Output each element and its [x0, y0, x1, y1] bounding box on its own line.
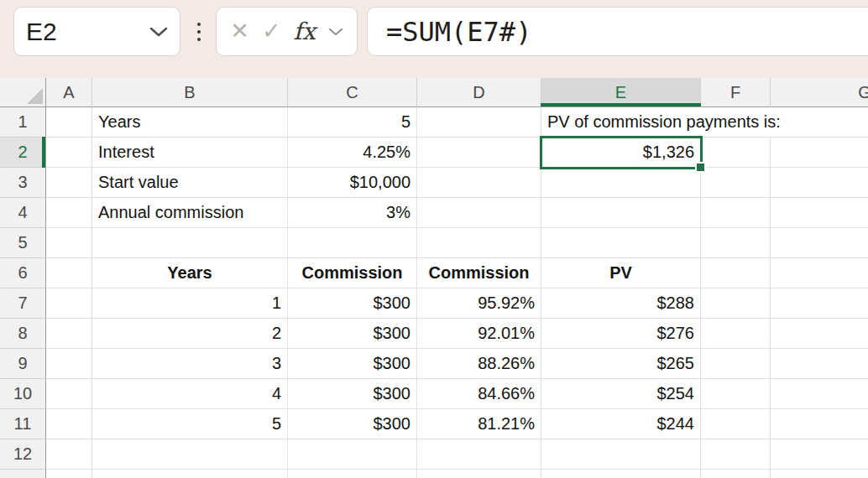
cell-A3[interactable]: [46, 168, 92, 198]
cell-G2[interactable]: [771, 138, 868, 168]
cell-C10[interactable]: $300: [288, 379, 417, 409]
cell-F6[interactable]: [701, 258, 771, 288]
row-header-6[interactable]: 6: [0, 258, 46, 288]
cell-F5[interactable]: [701, 228, 771, 258]
cell-G10[interactable]: [771, 379, 868, 409]
cell-E9[interactable]: $265: [541, 349, 701, 379]
column-header-B[interactable]: B: [92, 78, 288, 107]
cell-D1[interactable]: [417, 107, 541, 138]
cell-B12[interactable]: [92, 439, 288, 470]
cell-D3[interactable]: [417, 168, 541, 198]
cell-E11[interactable]: $244: [541, 409, 701, 439]
cell-D6[interactable]: Commission: [417, 258, 541, 288]
cell-B3[interactable]: Start value: [92, 168, 288, 198]
column-header-C[interactable]: C: [288, 78, 417, 107]
cell-E7[interactable]: $288: [541, 288, 701, 319]
formula-bar-input[interactable]: =SUM(E7#): [367, 7, 868, 56]
cell-F11[interactable]: [701, 409, 771, 439]
cell-D8[interactable]: 92.01%: [417, 319, 541, 349]
cell-A10[interactable]: [46, 379, 92, 409]
cell-G3[interactable]: [771, 168, 868, 198]
cell-G8[interactable]: [771, 319, 868, 349]
column-header-F[interactable]: F: [701, 78, 771, 107]
row-header-7[interactable]: 7: [0, 288, 46, 319]
fill-handle[interactable]: [695, 162, 706, 173]
column-header-A[interactable]: A: [46, 78, 92, 107]
column-header-E[interactable]: E: [541, 78, 701, 107]
function-dropdown-icon[interactable]: [328, 28, 343, 36]
row-header-8[interactable]: 8: [0, 319, 46, 349]
cell-C3[interactable]: $10,000: [288, 168, 417, 198]
row-header-10[interactable]: 10: [0, 379, 46, 409]
cell-E6[interactable]: PV: [541, 258, 701, 288]
cell-D5[interactable]: [417, 228, 541, 258]
row-header-11[interactable]: 11: [0, 409, 46, 439]
cell-E10[interactable]: $254: [541, 379, 701, 409]
cell-D13[interactable]: [417, 470, 541, 478]
cell-C9[interactable]: $300: [288, 349, 417, 379]
cell-F2[interactable]: [701, 138, 771, 168]
cell-G13[interactable]: [771, 470, 868, 478]
row-header-9[interactable]: 9: [0, 349, 46, 379]
name-box-dropdown-icon[interactable]: [149, 27, 168, 37]
row-header-12[interactable]: 12: [0, 439, 46, 470]
cell-D9[interactable]: 88.26%: [417, 349, 541, 379]
cell-E3[interactable]: [541, 168, 701, 198]
cell-C5[interactable]: [288, 228, 417, 258]
cell-D11[interactable]: 81.21%: [417, 409, 541, 439]
cell-B4[interactable]: Annual commission: [92, 198, 288, 228]
cell-F3[interactable]: [701, 168, 771, 198]
cell-A9[interactable]: [46, 349, 92, 379]
cell-C8[interactable]: $300: [288, 319, 417, 349]
cell-A11[interactable]: [46, 409, 92, 439]
cell-C2[interactable]: 4.25%: [288, 138, 417, 168]
cell-F9[interactable]: [701, 349, 771, 379]
cell-E12[interactable]: [541, 439, 701, 470]
row-header-4[interactable]: 4: [0, 198, 46, 228]
cell-A5[interactable]: [46, 228, 92, 258]
cell-A1[interactable]: [46, 107, 92, 138]
cell-C6[interactable]: Commission: [288, 258, 417, 288]
cell-B2[interactable]: Interest: [92, 138, 288, 168]
cell-C4[interactable]: 3%: [288, 198, 417, 228]
cell-B7[interactable]: 1: [92, 288, 288, 319]
row-header-3[interactable]: 3: [0, 168, 46, 198]
cell-A2[interactable]: [46, 138, 92, 168]
cell-C12[interactable]: [288, 439, 417, 470]
cell-C11[interactable]: $300: [288, 409, 417, 439]
cell-B9[interactable]: 3: [92, 349, 288, 379]
cell-G5[interactable]: [771, 228, 868, 258]
name-box[interactable]: E2: [13, 7, 180, 56]
cell-C13[interactable]: [288, 470, 417, 478]
cell-B6[interactable]: Years: [92, 258, 288, 288]
cell-B8[interactable]: 2: [92, 319, 288, 349]
cell-E5[interactable]: [541, 228, 701, 258]
confirm-icon[interactable]: ✓: [262, 20, 281, 43]
cell-A4[interactable]: [46, 198, 92, 228]
cell-B10[interactable]: 4: [92, 379, 288, 409]
insert-function-icon[interactable]: fx: [294, 20, 316, 44]
row-header-2[interactable]: 2: [0, 138, 46, 168]
cell-D7[interactable]: 95.92%: [417, 288, 541, 319]
column-header-G[interactable]: G: [771, 78, 868, 107]
cell-G4[interactable]: [771, 198, 868, 228]
more-options-icon[interactable]: [192, 7, 206, 56]
cell-B1[interactable]: Years: [92, 107, 288, 138]
cell-A7[interactable]: [46, 288, 92, 319]
cell-G6[interactable]: [771, 258, 868, 288]
cell-E8[interactable]: $276: [541, 319, 701, 349]
cell-F4[interactable]: [701, 198, 771, 228]
cell-G9[interactable]: [771, 349, 868, 379]
row-header-1[interactable]: 1: [0, 107, 46, 138]
cell-A12[interactable]: [46, 439, 92, 470]
cell-B13[interactable]: [92, 470, 288, 478]
cell-F12[interactable]: [701, 439, 771, 470]
cell-C7[interactable]: $300: [288, 288, 417, 319]
column-header-D[interactable]: D: [417, 78, 541, 107]
cancel-icon[interactable]: ✕: [230, 20, 249, 43]
cell-D10[interactable]: 84.66%: [417, 379, 541, 409]
cell-F10[interactable]: [701, 379, 771, 409]
cell-A13[interactable]: [46, 470, 92, 478]
row-header-13[interactable]: [0, 470, 46, 478]
cell-E1[interactable]: PV of commission payments is:: [541, 107, 787, 138]
